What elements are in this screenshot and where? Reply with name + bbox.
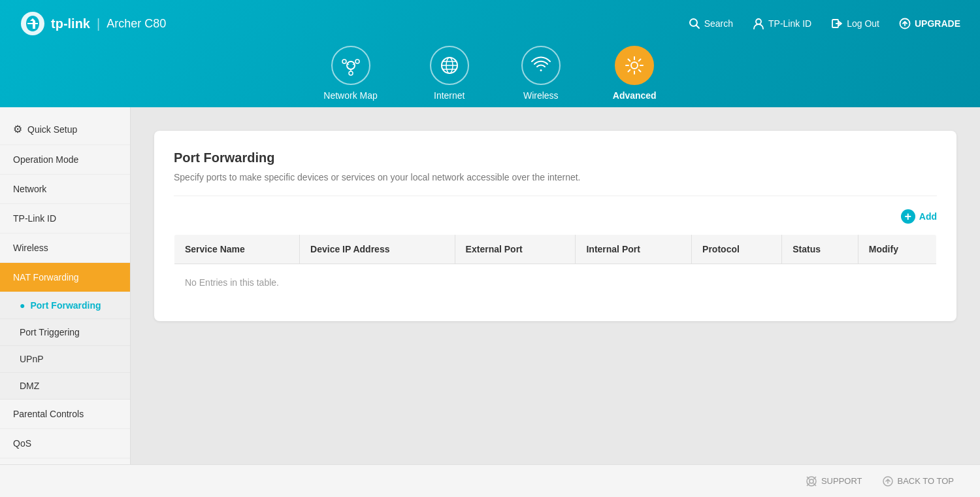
col-service-name: Service Name <box>174 235 300 264</box>
sidebar-item-quick-setup[interactable]: ⚙ Quick Setup <box>0 114 130 145</box>
header-nav: Search TP-Link ID Log Out <box>689 18 960 29</box>
add-label: Add <box>919 211 937 222</box>
user-icon <box>753 18 764 29</box>
tab-network-map-label: Network Map <box>323 90 377 101</box>
advanced-icon <box>624 55 645 76</box>
svg-line-2 <box>696 26 699 29</box>
add-icon: + <box>901 209 915 224</box>
col-protocol: Protocol <box>692 235 782 264</box>
tab-advanced-label: Advanced <box>613 90 657 101</box>
sidebar-item-parental-controls[interactable]: Parental Controls <box>0 400 130 429</box>
tp-link-logo-icon <box>20 10 46 37</box>
svg-point-8 <box>342 60 346 63</box>
network-map-icon-wrap <box>331 46 370 85</box>
internet-icon-wrap <box>430 46 469 85</box>
action-bar: + Add <box>174 209 937 224</box>
sidebar-item-parental-controls-label: Parental Controls <box>13 409 84 419</box>
col-status: Status <box>782 235 858 264</box>
sidebar-item-tplink-id[interactable]: TP-Link ID <box>0 204 130 233</box>
tab-internet-label: Internet <box>434 90 465 101</box>
content-area: Port Forwarding Specify ports to make sp… <box>154 131 956 321</box>
upgrade-label: UPGRADE <box>915 18 960 29</box>
sidebar-item-network[interactable]: Network <box>0 175 130 204</box>
support-link[interactable]: SUPPORT <box>806 475 862 487</box>
tplink-id-button[interactable]: TP-Link ID <box>753 18 811 29</box>
back-to-top-icon <box>882 475 894 487</box>
wireless-icon <box>531 55 551 76</box>
nav-tabs: Network Map Internet <box>20 39 960 107</box>
sidebar: ⚙ Quick Setup Operation Mode Network TP-… <box>0 107 131 480</box>
tab-internet[interactable]: Internet <box>430 46 469 107</box>
sidebar-item-nat-forwarding[interactable]: NAT Forwarding <box>0 263 130 292</box>
wireless-icon-wrap <box>521 46 561 85</box>
main-content: ⚙ Quick Setup Operation Mode Network TP-… <box>0 107 980 480</box>
sidebar-sub-item-port-forwarding-label: Port Forwarding <box>30 300 101 311</box>
support-icon <box>806 475 817 487</box>
sidebar-item-quick-setup-label: Quick Setup <box>27 124 77 135</box>
col-device-ip: Device IP Address <box>300 235 455 264</box>
tplink-id-label: TP-Link ID <box>768 18 811 29</box>
page-desc: Specify ports to make specific devices o… <box>174 172 937 196</box>
add-button[interactable]: + Add <box>901 209 937 224</box>
svg-point-7 <box>347 61 355 69</box>
support-label: SUPPORT <box>821 476 862 486</box>
sidebar-item-operation-mode[interactable]: Operation Mode <box>0 145 130 175</box>
sidebar-sub-item-upnp[interactable]: UPnP <box>0 346 130 373</box>
tab-network-map[interactable]: Network Map <box>323 46 377 107</box>
empty-message: No Entries in this table. <box>174 264 937 301</box>
sidebar-item-tplink-id-label: TP-Link ID <box>13 213 56 224</box>
internet-icon <box>439 55 460 76</box>
sidebar-item-qos-label: QoS <box>13 438 31 449</box>
sidebar-item-nat-forwarding-label: NAT Forwarding <box>13 272 79 283</box>
gear-icon: ⚙ <box>13 123 22 135</box>
sidebar-item-wireless[interactable]: Wireless <box>0 233 130 263</box>
logo-divider: | <box>97 16 100 31</box>
tab-advanced[interactable]: Advanced <box>613 46 657 107</box>
logo: tp-link | Archer C80 <box>20 10 166 37</box>
svg-point-3 <box>756 19 761 24</box>
svg-point-19 <box>631 62 638 69</box>
search-button[interactable]: Search <box>689 18 733 29</box>
sidebar-sub-item-port-forwarding[interactable]: ● Port Forwarding <box>0 292 130 319</box>
upgrade-icon <box>899 18 911 29</box>
empty-row: No Entries in this table. <box>174 264 937 301</box>
back-to-top-label: BACK TO TOP <box>898 476 954 486</box>
page-title: Port Forwarding <box>174 150 937 165</box>
logout-label: Log Out <box>847 18 879 29</box>
col-modify: Modify <box>858 235 936 264</box>
sidebar-item-qos[interactable]: QoS <box>0 429 130 458</box>
col-external-port: External Port <box>455 235 576 264</box>
port-forwarding-table: Service Name Device IP Address External … <box>174 234 937 301</box>
search-icon <box>689 18 700 29</box>
advanced-icon-wrap <box>615 46 654 85</box>
bullet-icon: ● <box>20 300 25 311</box>
sidebar-sub-item-port-triggering-label: Port Triggering <box>20 327 80 337</box>
search-label: Search <box>704 18 733 29</box>
sidebar-item-network-label: Network <box>13 184 46 194</box>
network-map-icon <box>340 55 361 76</box>
sidebar-sub-item-upnp-label: UPnP <box>20 354 44 364</box>
brand-name: tp-link <box>51 16 90 31</box>
svg-point-21 <box>809 479 813 483</box>
back-to-top-link[interactable]: BACK TO TOP <box>882 475 954 487</box>
sidebar-sub-item-dmz-label: DMZ <box>20 381 39 391</box>
svg-point-9 <box>355 60 359 63</box>
sidebar-sub-item-dmz[interactable]: DMZ <box>0 373 130 400</box>
logout-icon <box>831 18 843 29</box>
logout-button[interactable]: Log Out <box>831 18 879 29</box>
sidebar-sub-item-port-triggering[interactable]: Port Triggering <box>0 319 130 346</box>
footer: SUPPORT BACK TO TOP <box>0 464 980 497</box>
model-name: Archer C80 <box>106 17 166 31</box>
sidebar-item-operation-mode-label: Operation Mode <box>13 154 78 165</box>
header: tp-link | Archer C80 Search <box>0 0 980 107</box>
col-internal-port: Internal Port <box>576 235 692 264</box>
tab-wireless[interactable]: Wireless <box>521 46 561 107</box>
tab-wireless-label: Wireless <box>523 90 559 101</box>
upgrade-button[interactable]: UPGRADE <box>899 18 960 29</box>
svg-point-10 <box>349 71 353 75</box>
sidebar-item-wireless-label: Wireless <box>13 243 48 253</box>
